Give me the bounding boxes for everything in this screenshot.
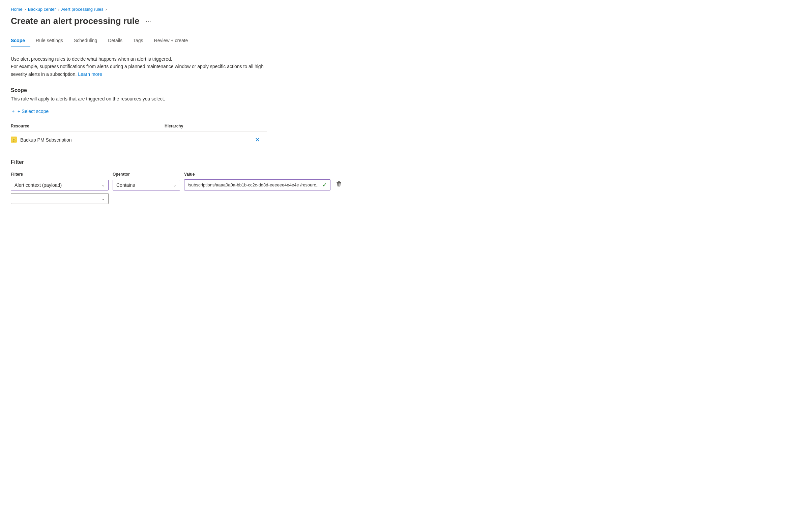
filter-type-dropdown[interactable]: Alert context (payload) ⌄	[11, 180, 108, 191]
filter-column-headers: Filters Operator Value	[11, 172, 287, 177]
plus-icon: ＋	[11, 108, 15, 114]
breadcrumb-home[interactable]: Home	[11, 7, 23, 12]
subscription-icon: ⬡	[11, 136, 17, 144]
scope-section: Scope This rule will apply to alerts tha…	[11, 87, 801, 148]
col-filters: Filters	[11, 172, 108, 177]
page-title-row: Create an alert processing rule ···	[11, 16, 801, 26]
trash-icon	[336, 181, 342, 189]
svg-rect-6	[336, 182, 341, 183]
tab-details[interactable]: Details	[102, 34, 128, 47]
select-scope-button[interactable]: ＋ + Select scope	[11, 107, 48, 116]
filter-section: Filter Filters Operator Value Alert cont…	[11, 159, 801, 204]
col-value: Value	[184, 172, 287, 177]
breadcrumb: Home › Backup center › Alert processing …	[11, 7, 801, 12]
filter-type-empty-dropdown[interactable]: ⌄	[11, 193, 108, 204]
delete-filter-button[interactable]	[334, 180, 343, 190]
ellipsis-button[interactable]: ···	[143, 16, 153, 26]
resource-cell: ⬡ Backup PM Subscription	[11, 132, 164, 149]
col-hierarchy: Hierarchy	[164, 121, 253, 132]
delete-cell: ✕	[253, 132, 267, 149]
close-icon: ✕	[255, 136, 260, 144]
value-text: /subscriptions/aaaa0a0a-bb1b-cc2c-dd3d-e…	[188, 182, 320, 188]
chevron-down-icon-operator: ⌄	[173, 183, 176, 188]
scope-section-title: Scope	[11, 87, 801, 93]
hierarchy-cell	[164, 132, 253, 149]
page-title: Create an alert processing rule	[11, 16, 139, 26]
scope-section-subtitle: This rule will apply to alerts that are …	[11, 96, 801, 102]
col-operator: Operator	[113, 172, 180, 177]
description: Use alert processing rules to decide wha…	[11, 55, 267, 78]
col-resource: Resource	[11, 121, 164, 132]
tab-review-create[interactable]: Review + create	[149, 34, 193, 47]
breadcrumb-sep-3: ›	[105, 7, 107, 12]
checkmark-icon: ✓	[322, 182, 327, 188]
value-input[interactable]: /subscriptions/aaaa0a0a-bb1b-cc2c-dd3d-e…	[184, 179, 331, 191]
operator-label: Contains	[116, 182, 135, 188]
svg-point-4	[14, 139, 14, 140]
tab-tags[interactable]: Tags	[128, 34, 149, 47]
description-line1: Use alert processing rules to decide wha…	[11, 56, 172, 62]
tab-rule-settings[interactable]: Rule settings	[30, 34, 69, 47]
filter-row-1: Alert context (payload) ⌄ Contains ⌄ /su…	[11, 179, 294, 191]
chevron-down-icon-empty: ⌄	[102, 196, 105, 201]
svg-rect-5	[338, 181, 340, 182]
svg-rect-8	[339, 183, 340, 186]
breadcrumb-sep-2: ›	[58, 7, 59, 12]
chevron-down-icon-filter: ⌄	[102, 183, 105, 188]
filter-section-title: Filter	[11, 159, 801, 165]
breadcrumb-sep-1: ›	[25, 7, 26, 12]
delete-resource-button[interactable]: ✕	[253, 135, 261, 145]
filter-type-label: Alert context (payload)	[14, 182, 62, 188]
tab-scope[interactable]: Scope	[11, 34, 30, 47]
tab-bar: Scope Rule settings Scheduling Details T…	[11, 34, 801, 47]
scope-table: Resource Hierarchy ⬡	[11, 121, 267, 148]
breadcrumb-backup-center[interactable]: Backup center	[28, 7, 56, 12]
breadcrumb-alert-processing-rules[interactable]: Alert processing rules	[61, 7, 103, 12]
resource-name: Backup PM Subscription	[20, 137, 72, 143]
svg-rect-7	[338, 183, 339, 186]
filter-row-empty: ⌄	[11, 193, 294, 204]
learn-more-link[interactable]: Learn more	[78, 72, 102, 77]
description-line2: For example, suppress notifications from…	[11, 64, 263, 76]
scope-row: ⬡ Backup PM Subscription ✕	[11, 132, 267, 149]
select-scope-label: + Select scope	[17, 108, 48, 114]
operator-dropdown[interactable]: Contains ⌄	[113, 180, 180, 191]
tab-scheduling[interactable]: Scheduling	[69, 34, 102, 47]
